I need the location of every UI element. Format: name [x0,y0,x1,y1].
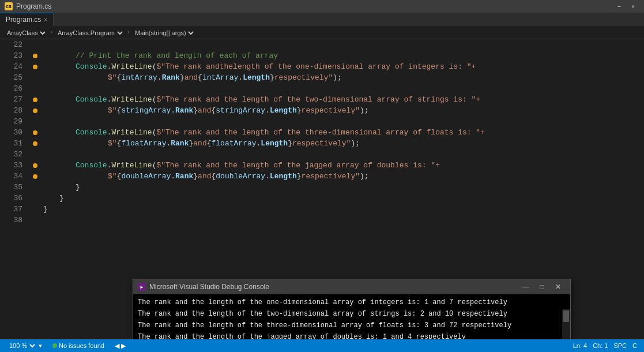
breadcrumb-arrow-1: › [50,29,53,36]
title-actions: − × [613,1,639,12]
ln-32: 32 [0,149,27,160]
comment-23: // Print the rank and length of each of … [76,50,278,61]
bookmark-gutter [32,39,39,339]
member2-dropdown[interactable]: Main(string[] args) [133,29,195,37]
code-line-33: Console.WriteLine($"The rank and the len… [43,160,644,171]
no-issues-text: No issues found [59,342,104,349]
code-line-36: } [43,193,644,204]
code-line-24: Console.WriteLine($"The rank and the len… [43,61,644,72]
ln-30: 30 [0,127,27,138]
debug-maximize-button[interactable]: □ [534,280,549,293]
crlf-status[interactable]: C [630,342,639,349]
debug-line-1: The rank and the length of the one-dimen… [138,297,566,308]
debug-output: The rank and the length of the one-dimen… [133,294,570,339]
bm-25 [32,72,39,83]
line-col[interactable]: Ln: 4 [571,342,589,349]
ln-36: 36 [0,193,27,204]
bm-31 [32,138,39,149]
zoom-select[interactable]: 100 % 75 % 125 % [7,342,37,350]
ln-27: 27 [0,94,27,105]
no-issues[interactable]: No issues found [50,339,107,352]
ln-29: 29 [0,116,27,127]
debug-console: ▶ Microsoft Visual Studio Debug Console … [133,279,571,339]
ln-25: 25 [0,72,27,83]
ln-31: 31 [0,138,27,149]
ln-28: 28 [0,105,27,116]
bm-34 [32,171,39,182]
bm-38 [32,215,39,226]
bm-37 [32,204,39,215]
code-line-26 [43,83,644,94]
spc-text: SPC [613,342,627,349]
code-line-27: Console.WriteLine($"The rank and the len… [43,94,644,105]
line-col-text: Ln: 4 [573,342,587,349]
status-ok-icon [52,343,57,348]
nav-back[interactable]: ◀ ▶ [112,339,128,352]
code-line-38 [43,215,644,226]
debug-title-text: Microsoft Visual Studio Debug Console [149,283,269,291]
code-line-29 [43,116,644,127]
title-text: Program.cs [16,2,51,10]
code-line-35: } [43,182,644,193]
app-icon: CS [5,2,13,10]
code-editor: 22 23 24 25 26 27 28 29 30 31 32 33 34 3… [0,39,644,339]
bm-22 [32,39,39,50]
bm-23 [32,50,39,61]
debug-line-4: The rank and the length of the jagged ar… [138,331,566,339]
breadcrumb-member1[interactable]: ArrayClass.Program [55,29,125,37]
bm-24 [32,61,39,72]
class-24: Console [76,61,107,72]
ln-22: 22 [0,39,27,50]
debug-scroll-thumb [563,310,569,322]
char-col-text: Ch: 1 [593,342,608,349]
debug-line-2: The rank and the length of the two-dimen… [138,308,566,320]
close-button[interactable]: × [627,1,639,12]
debug-title-actions: — □ ✕ [518,280,566,293]
line-numbers: 22 23 24 25 26 27 28 29 30 31 32 33 34 3… [0,39,32,339]
code-line-30: Console.WriteLine($"The rank and the len… [43,127,644,138]
zoom-control[interactable]: 100 % 75 % 125 % ▾ [5,339,44,352]
bm-30 [32,127,39,138]
debug-minimize-button[interactable]: — [518,280,533,293]
crlf-text: C [632,342,637,349]
ln-37: 37 [0,204,27,215]
breadcrumb-member2[interactable]: Main(string[] args) [133,29,195,37]
status-bar: 100 % 75 % 125 % ▾ No issues found ◀ ▶ L… [0,339,644,352]
breadcrumb-arrow-2: › [127,29,130,36]
bm-29 [32,116,39,127]
ln-35: 35 [0,182,27,193]
member1-dropdown[interactable]: ArrayClass.Program [55,29,125,37]
tab-close-icon[interactable]: × [44,17,47,23]
debug-scrollbar[interactable] [562,309,570,339]
bm-33 [32,160,39,171]
class-dropdown[interactable]: ArrayClass [5,29,47,37]
code-line-23: // Print the rank and length of each of … [43,50,644,61]
debug-line-3: The rank and the length of the three-dim… [138,320,566,331]
ln-34: 34 [0,171,27,182]
ln-38: 38 [0,215,27,226]
ln-33: 33 [0,160,27,171]
debug-icon: ▶ [138,283,146,291]
char-col[interactable]: Ch: 1 [590,342,610,349]
code-line-28: $"{stringArray.Rank} and {stringArray.Le… [43,105,644,116]
tab-bar: Program.cs × [0,13,644,27]
code-line-37: } [43,204,644,215]
ln-26: 26 [0,83,27,94]
bm-28 [32,105,39,116]
code-line-25: $"{intArray.Rank} and {intArray.Length} … [43,72,644,83]
bm-26 [32,83,39,94]
breadcrumb-bar: ArrayClass › ArrayClass.Program › Main(s… [0,27,644,39]
tab-program-cs[interactable]: Program.cs × [0,13,54,26]
spc-status[interactable]: SPC [611,342,629,349]
debug-close-button[interactable]: ✕ [551,280,566,293]
title-bar: CS Program.cs − × [0,0,644,13]
debug-title-bar: ▶ Microsoft Visual Studio Debug Console … [133,279,570,294]
ln-23: 23 [0,50,27,61]
ln-24: 24 [0,61,27,72]
breadcrumb-class[interactable]: ArrayClass [5,29,47,37]
pin-button[interactable]: − [613,1,626,12]
code-line-34: $"{doubleArray.Rank} and {doubleArray.Le… [43,171,644,182]
bm-27 [32,94,39,105]
zoom-arrow-icon: ▾ [39,342,42,350]
bm-36 [32,193,39,204]
